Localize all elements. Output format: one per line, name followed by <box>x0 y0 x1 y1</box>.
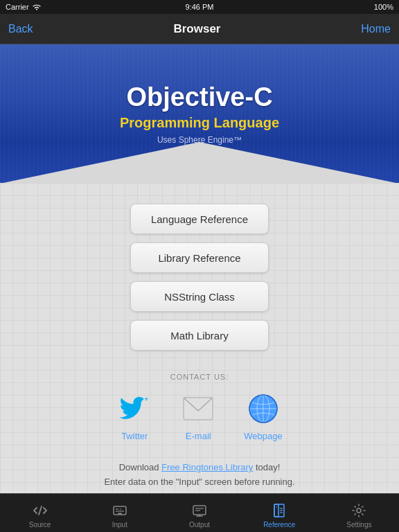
webpage-contact[interactable]: Webpage <box>244 391 282 441</box>
language-reference-button[interactable]: Language Reference <box>130 204 269 234</box>
email-icon <box>183 397 213 420</box>
svg-rect-11 <box>118 513 122 514</box>
status-bar: Carrier 9:46 PM 100% <box>0 0 399 14</box>
hero-subtitle: Programming Language <box>120 115 279 131</box>
carrier-label: Carrier <box>6 3 29 11</box>
download-text: Download Free Ringtones Library today! E… <box>104 461 294 490</box>
email-label: E-mail <box>186 431 211 441</box>
reference-tab-label: Reference <box>263 521 295 529</box>
scroll-content: Objective-C Programming Language Uses Sp… <box>0 44 399 532</box>
tab-reference[interactable]: Reference <box>240 498 319 529</box>
app: Carrier 9:46 PM 100% Back Browser Home O… <box>0 0 399 532</box>
nsstring-class-button[interactable]: NSString Class <box>130 281 269 312</box>
twitter-icon-wrap <box>116 391 152 427</box>
wifi-icon <box>32 3 42 10</box>
ringtones-link[interactable]: Free Ringtones Library <box>161 462 253 472</box>
input-tab-label: Input <box>112 521 127 529</box>
email-icon-wrap <box>180 391 216 427</box>
output-tab-label: Output <box>189 521 210 529</box>
contact-icons: Twitter E-mail <box>116 391 282 441</box>
source-tab-label: Source <box>29 521 51 529</box>
library-reference-button[interactable]: Library Reference <box>130 242 269 273</box>
webpage-label: Webpage <box>244 431 282 441</box>
reference-tab-icon <box>271 502 287 519</box>
nav-title: Browser <box>173 22 220 36</box>
settings-tab-icon <box>351 502 367 519</box>
status-time: 9:46 PM <box>186 3 214 11</box>
svg-point-23 <box>357 508 361 513</box>
tab-input[interactable]: Input <box>80 498 159 529</box>
download-line1: Download Free Ringtones Library today! <box>119 462 281 472</box>
svg-line-6 <box>39 506 42 515</box>
email-contact[interactable]: E-mail <box>180 391 216 441</box>
back-button[interactable]: Back <box>8 23 33 35</box>
contact-section: CONTACT US: Twitter <box>116 373 282 441</box>
contact-label: CONTACT US: <box>170 373 229 381</box>
svg-rect-18 <box>274 504 278 517</box>
hero-banner: Objective-C Programming Language Uses Sp… <box>0 44 399 183</box>
twitter-icon <box>118 392 151 425</box>
download-line2: Enter data on the "Input" screen before … <box>104 477 294 487</box>
tab-settings[interactable]: Settings <box>319 498 399 529</box>
hero-tagline: Uses Sphere Engine™ <box>157 135 242 145</box>
battery-label: 100% <box>374 3 393 11</box>
home-button[interactable]: Home <box>361 23 391 35</box>
buttons-list: Language Reference Library Reference NSS… <box>130 204 269 359</box>
tab-bar: Source Input <box>0 493 399 532</box>
tab-output[interactable]: Output <box>159 498 239 529</box>
input-tab-icon <box>112 502 128 519</box>
math-library-button[interactable]: Math Library <box>130 320 269 351</box>
main-content: Language Reference Library Reference NSS… <box>0 183 399 532</box>
tab-source[interactable]: Source <box>0 498 80 529</box>
globe-icon-wrap <box>245 391 281 427</box>
twitter-label: Twitter <box>121 431 148 441</box>
hero-title: Objective-C <box>126 82 272 112</box>
settings-tab-label: Settings <box>346 521 371 529</box>
nav-bar: Back Browser Home <box>0 14 399 44</box>
source-tab-icon <box>32 502 48 519</box>
status-left: Carrier <box>6 3 42 11</box>
twitter-contact[interactable]: Twitter <box>116 391 152 441</box>
globe-icon <box>247 393 279 425</box>
output-tab-icon <box>191 502 208 519</box>
